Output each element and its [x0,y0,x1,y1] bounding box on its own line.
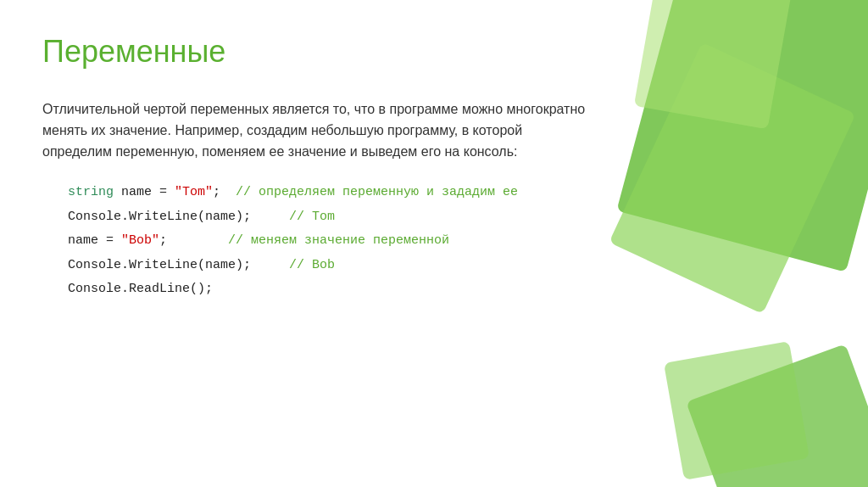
deco-shape-1 [616,0,868,272]
string-value-tom: "Tom" [175,185,213,199]
code-writeline-2: Console.WriteLine(name); [68,258,251,272]
code-readline: Console.ReadLine(); [68,282,213,296]
code-name-assign: name = [68,233,121,248]
code-writeline-1: Console.WriteLine(name); [68,210,251,224]
code-comment-4: // Bob [251,258,335,272]
code-line-1: string name = "Tom"; // определяем перем… [68,181,593,205]
string-value-bob: "Bob" [121,233,159,248]
slide-title: Переменные [42,34,593,70]
code-comment-1: // определяем переменную и зададим ее [220,185,518,199]
deco-shape-5 [664,341,810,480]
slide-content: Переменные Отличительной чертой переменн… [0,0,636,327]
code-semicolon-2: ; [159,233,167,248]
slide-description: Отличительной чертой переменных является… [42,99,593,162]
code-block: string name = "Tom"; // определяем перем… [42,181,593,302]
code-text: name = [114,185,175,199]
code-line-2: Console.WriteLine(name); // Tom [68,205,593,230]
code-semicolon: ; [213,185,220,199]
decorative-shapes [597,0,868,487]
code-comment-3: // меняем значение переменной [167,233,449,248]
deco-shape-4 [686,344,868,487]
code-line-3: name = "Bob"; // меняем значение перемен… [68,229,593,254]
deco-shape-3 [634,0,797,129]
code-line-5: Console.ReadLine(); [68,277,593,302]
deco-shape-2 [609,42,855,314]
keyword-string: string [68,185,114,199]
code-comment-2: // Tom [251,210,335,224]
code-line-4: Console.WriteLine(name); // Bob [68,254,593,278]
